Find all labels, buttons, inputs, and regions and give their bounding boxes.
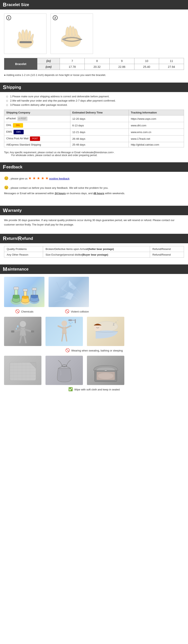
company-dhl: DHL DHL (4, 122, 70, 129)
dhl-logo: DHL (13, 123, 23, 128)
aliexpress-days: 25-48 days (70, 142, 129, 147)
maintenance-header-first: M (3, 266, 7, 272)
return-title: eturn/ (7, 236, 18, 241)
shipping-tips: Tips: Any specific requirement, please c… (0, 150, 188, 158)
shipping-tip-2: For wholesale orders, please contact us … (4, 154, 184, 157)
svg-line-49 (58, 326, 63, 328)
return-table-wrapper: Quality Problems Broken/Defective Items … (0, 243, 188, 260)
svg-point-58 (72, 322, 73, 323)
happy-smiley: 😊 (4, 176, 9, 180)
shipping-point-1: 1.Please make sure your shipping address… (6, 95, 184, 98)
hours-24: 24 hours (55, 192, 66, 195)
svg-line-40 (14, 330, 21, 332)
warranty-header-title: arranty (8, 208, 22, 213)
feedback-text-weekend: within weekends. (105, 192, 125, 195)
shower-image (46, 317, 83, 346)
svg-line-50 (66, 326, 70, 328)
shipping-table-wrapper: Shipping Company Estimated Delivery Time… (0, 110, 188, 150)
ems-tracking: www.ems.com.cn (129, 129, 184, 136)
shipping-header-title: hipping (7, 85, 21, 90)
col-11: 11 (159, 58, 184, 64)
return-action-1: Refund/Resend (150, 246, 184, 252)
svg-line-41 (25, 330, 32, 332)
image-number-1: 1 (6, 15, 11, 20)
bracelet-image-2: 2 (51, 14, 93, 54)
shipping-point-3: 3.Please confirm delivery after package … (6, 103, 184, 106)
check-wipe-icon: ✅ (68, 387, 73, 391)
size-table: Bracelet (in) 7 8 9 10 11 (cm) 17.78 20.… (4, 58, 184, 70)
table-row: China Post Air Mail POST 26-48 days www.… (4, 136, 184, 142)
chemicals-image (4, 277, 45, 307)
svg-line-45 (24, 335, 26, 342)
feedback-header-first: F (3, 164, 6, 170)
svg-line-51 (62, 333, 63, 341)
shipping-col-company: Shipping Company (4, 110, 70, 116)
shipping-points-list: 1.Please make sure your shipping address… (0, 92, 188, 110)
feedback-positive-row: 😊 , please give us ★ ★ ★ ★ ★ positive fe… (4, 175, 184, 182)
feedback-negative-text1: please contact us before you leave any f… (11, 186, 108, 189)
svg-line-44 (20, 335, 22, 342)
svg-point-48 (61, 320, 67, 326)
table-row: DHL DHL 6-13 days www.dhl.com (4, 122, 184, 129)
maintenance-section: Maintenance (0, 264, 188, 402)
chemicals-label-text: Chemicals (21, 310, 33, 313)
cm-val-4: 27.94 (159, 64, 184, 70)
col-9: 9 (109, 58, 134, 64)
feedback-content: 😊 , please give us ★ ★ ★ ★ ★ positive fe… (0, 172, 188, 202)
chemicals-svg (6, 278, 43, 306)
bracelet-image-1: 1 (4, 14, 47, 54)
chinapost-logo: POST (30, 136, 40, 141)
feedback-negative-row: 😟 , please contact us before you leave a… (4, 184, 184, 196)
feedback-positive-text: please give us (11, 177, 28, 180)
bracelet-svg-1 (9, 18, 42, 50)
shipping-section: Shipping 1.Please make sure your shippin… (0, 82, 188, 162)
shower-svg (48, 318, 80, 344)
return-r1: R (3, 236, 7, 242)
col-8: 8 (85, 58, 110, 64)
company-epacket: ePacket 🏷 POST (4, 116, 70, 122)
svg-text:z: z (117, 319, 118, 321)
table-row: Quality Problems Broken/Defective Items … (4, 246, 184, 252)
wipe-label-text: Wipe with soft cloth and keep in sealed (74, 388, 120, 391)
table-row: EMS EMS 12-21 days www.ems.com.cn (4, 129, 184, 136)
no-collision-icon: 🚫 (65, 309, 69, 313)
svg-rect-42 (11, 330, 14, 332)
svg-rect-26 (32, 288, 37, 290)
positive-feedback-link[interactable]: positive feedback (49, 177, 69, 180)
bracelet-svg-2 (56, 18, 88, 50)
maintenance-row-3 (4, 356, 184, 385)
company-aliexpress: AliExpress Standard Shipping (4, 142, 70, 147)
feedback-header-title: eedback (6, 165, 23, 170)
feedback-text-and: on business days, and (67, 192, 93, 195)
svg-rect-43 (31, 330, 34, 332)
bracelet-label: Bracelet (4, 58, 37, 70)
svg-rect-19 (14, 287, 19, 290)
table-row: AliExpress Standard Shipping 25-48 days … (4, 142, 184, 147)
col-7: 7 (60, 58, 85, 64)
gym-image (4, 317, 42, 346)
svg-point-47 (16, 328, 17, 330)
epacket-days: 12-20 days (70, 116, 129, 122)
size-table-wrapper: Bracelet (in) 7 8 9 10 11 (cm) 17.78 20.… (0, 56, 188, 72)
return-reason-2: Any Other Reason (4, 252, 43, 258)
table-row: Any Other Reason Size Exchange/personal … (4, 252, 184, 258)
svg-rect-53 (68, 320, 72, 321)
no-wear-icon: 🚫 (65, 348, 70, 352)
svg-rect-23 (23, 289, 28, 291)
shipping-header-first: S (3, 84, 6, 90)
svg-point-57 (70, 322, 71, 324)
cm-val-0: 17.78 (60, 64, 85, 70)
svg-rect-83 (104, 370, 107, 371)
svg-point-82 (98, 373, 113, 379)
wear-label-text: Wearing when sweating, bathing or sleepi… (71, 349, 123, 352)
bracelet-note: ● Adding extra 1-2 cm (1/2-1 inch) depen… (0, 72, 188, 78)
sad-smiley: 😟 (4, 186, 9, 190)
cloth-image (4, 356, 42, 385)
epacket-logo: 🏷 POST (17, 116, 28, 121)
shipping-point-2: 2.We will handle your order and ship the… (6, 99, 184, 102)
no-chemicals-icon: 🚫 (15, 309, 20, 313)
svg-marker-38 (61, 280, 69, 291)
return-desc-pre-2: Size Exchange/personal dislike (46, 253, 82, 256)
maintenance-content: 🚫 Chemicals 🚫 Violent collision (0, 274, 188, 396)
dhl-tracking: www.dhl.com (129, 122, 184, 129)
